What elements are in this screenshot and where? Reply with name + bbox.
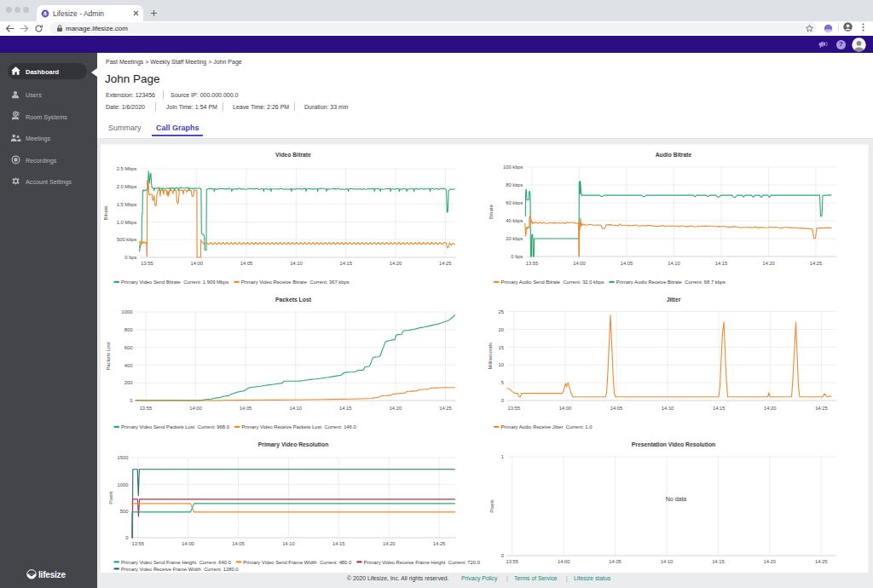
svg-text:Jitter: Jitter [667,297,681,303]
svg-text:Primary Video Send Packets Los: Primary Video Send Packets Lost [121,424,195,429]
svg-text:13:55: 13:55 [508,406,521,411]
svg-text:600: 600 [124,345,133,350]
svg-text:Primary Video Send Bitrate: Primary Video Send Bitrate [121,280,181,285]
svg-text:500: 500 [120,509,129,514]
svg-text:14:05: 14:05 [610,406,623,411]
svg-text:14:20: 14:20 [383,541,396,546]
svg-text:2.0 Mbps: 2.0 Mbps [117,184,137,189]
svg-text:14:20: 14:20 [764,559,777,564]
svg-text:Primary Audio Send Bitrate: Primary Audio Send Bitrate [501,280,561,285]
svg-text:Bitrate: Bitrate [103,206,108,221]
svg-text:14:25: 14:25 [433,541,446,546]
svg-text:14:25: 14:25 [810,261,823,266]
svg-text:14:20: 14:20 [762,261,775,266]
svg-text:Bitrate: Bitrate [489,205,494,219]
svg-text:Packets Lost: Packets Lost [275,297,312,303]
svg-text:1000: 1000 [122,309,133,314]
svg-text:13:55: 13:55 [140,406,153,411]
svg-text:14:05: 14:05 [240,261,253,266]
svg-text:14:00: 14:00 [189,406,202,411]
svg-text:Current: 1.0: Current: 1.0 [566,424,593,429]
svg-text:14:20: 14:20 [390,261,402,266]
svg-text:40 kbps: 40 kbps [506,218,523,223]
svg-text:Primary Video Send Frame Width: Primary Video Send Frame Width [243,560,316,565]
svg-text:14:15: 14:15 [339,406,352,411]
svg-text:14:20: 14:20 [764,406,777,411]
svg-text:Current: 367 kbps: Current: 367 kbps [310,280,350,285]
svg-text:14:10: 14:10 [290,261,303,266]
svg-text:14:20: 14:20 [390,406,402,411]
svg-text:0: 0 [130,398,132,403]
svg-text:Pixels: Pixels [489,499,494,513]
svg-text:14:00: 14:00 [573,261,586,266]
svg-text:Primary Video Resolution: Primary Video Resolution [258,441,329,448]
svg-text:25: 25 [499,309,504,314]
svg-text:Milliseconds: Milliseconds [488,343,493,370]
svg-text:14:15: 14:15 [332,541,345,546]
svg-text:14:15: 14:15 [715,261,728,266]
svg-text:14:05: 14:05 [232,541,245,546]
svg-text:14:00: 14:00 [558,559,570,564]
svg-text:13:55: 13:55 [131,541,144,546]
svg-text:0: 0 [125,535,128,540]
svg-text:13:55: 13:55 [506,559,519,564]
svg-text:1000: 1000 [118,482,129,487]
svg-text:13:55: 13:55 [526,261,539,266]
svg-text:14:25: 14:25 [439,261,452,266]
svg-text:200: 200 [124,380,133,385]
svg-text:10: 10 [499,362,504,367]
svg-text:2.5 Mbps: 2.5 Mbps [117,166,137,171]
svg-text:14:10: 14:10 [668,261,680,266]
svg-text:14:10: 14:10 [282,541,295,546]
svg-text:Current: 1.909 Mbps: Current: 1.909 Mbps [183,280,228,285]
svg-text:Current: 968.0: Current: 968.0 [198,424,229,429]
svg-text:0: 0 [501,553,504,558]
svg-text:Primary Audio Receive Bitrate: Primary Audio Receive Bitrate [616,280,682,285]
svg-text:Audio Bitrate: Audio Bitrate [656,152,692,158]
svg-text:14:05: 14:05 [609,559,622,564]
svg-text:No data: No data [666,496,687,502]
svg-text:1500: 1500 [118,455,129,460]
svg-text:14:25: 14:25 [815,559,828,564]
svg-text:800: 800 [124,327,133,332]
svg-text:80 kbps: 80 kbps [506,182,523,187]
svg-text:0: 0 [501,398,504,403]
svg-text:Current: 720.0: Current: 720.0 [448,560,480,565]
svg-text:60 kbps: 60 kbps [506,200,523,205]
svg-text:14:10: 14:10 [662,406,674,411]
svg-text:14:00: 14:00 [191,261,204,266]
svg-text:Current: 32.0 kbps: Current: 32.0 kbps [564,280,604,285]
svg-text:Current: 640.0: Current: 640.0 [199,560,231,565]
svg-text:14:25: 14:25 [439,406,452,411]
svg-text:20 kbps: 20 kbps [506,236,523,241]
svg-text:Primary Audio Receive Jitter: Primary Audio Receive Jitter [501,424,564,429]
svg-text:Primary Video Send Frame Heigh: Primary Video Send Frame Height [121,560,197,565]
svg-text:0 bps: 0 bps [124,255,136,260]
svg-text:14:25: 14:25 [815,406,828,411]
svg-text:Presentation Video Resolution: Presentation Video Resolution [632,441,715,447]
svg-text:Current: 68.7 kbps: Current: 68.7 kbps [685,280,726,285]
svg-text:100 kbps: 100 kbps [503,164,523,170]
svg-text:Primary Video Receive Packets: Primary Video Receive Packets Lost [241,424,321,429]
svg-text:Current: 480.0: Current: 480.0 [320,560,351,565]
svg-text:13:55: 13:55 [141,261,153,266]
svg-text:Video Bitrate: Video Bitrate [275,152,311,158]
svg-text:14:00: 14:00 [559,406,572,411]
svg-text:Pixels: Pixels [108,491,113,504]
svg-text:14:15: 14:15 [339,261,352,266]
svg-text:0 bps: 0 bps [511,254,523,259]
svg-text:1.5 Mbps: 1.5 Mbps [117,202,137,207]
svg-text:14:10: 14:10 [661,559,674,564]
svg-text:14:15: 14:15 [713,406,726,411]
svg-text:5: 5 [501,380,504,385]
svg-text:Packets Lost: Packets Lost [106,342,111,371]
svg-text:Primary Video Receive Frame Wi: Primary Video Receive Frame Width [121,567,201,572]
svg-text:500 kbps: 500 kbps [117,237,137,242]
svg-text:14:05: 14:05 [621,261,633,266]
svg-text:Primary Video Receive Bitrate: Primary Video Receive Bitrate [241,280,307,285]
svg-text:Current: 1280.0: Current: 1280.0 [204,567,238,572]
svg-text:15: 15 [499,345,504,350]
svg-text:14:15: 14:15 [712,559,725,564]
svg-text:14:05: 14:05 [240,406,252,411]
svg-text:Primary Video Receive Frame He: Primary Video Receive Frame Height [364,560,446,565]
